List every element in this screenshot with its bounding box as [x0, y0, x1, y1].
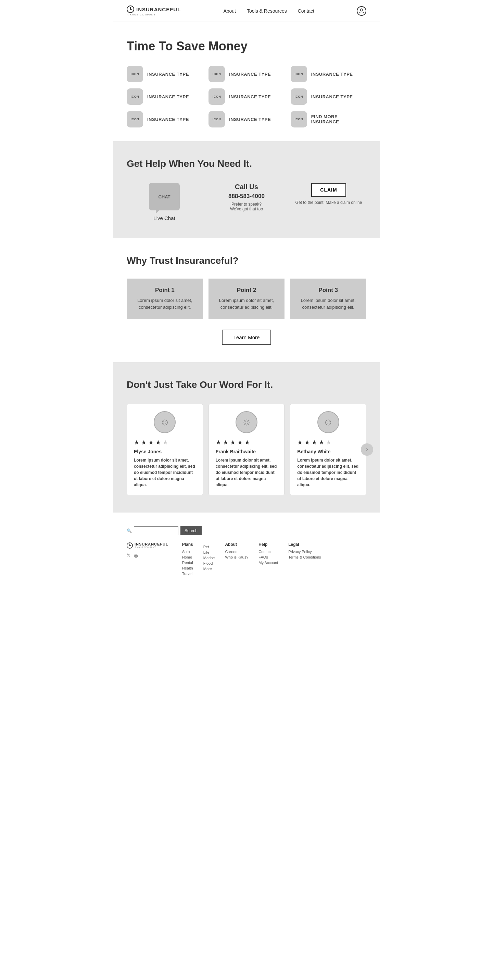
footer-link[interactable]: Flood: [203, 561, 215, 565]
nav-about[interactable]: About: [223, 8, 236, 14]
testimonial-card-0: ☺ ★ ★ ★ ★ ★ Elyse Jones Lorem ipsum dolo…: [127, 404, 203, 495]
footer-cols: Plans Auto Home Rental Health Travel Pet…: [182, 542, 366, 577]
footer-link[interactable]: Home: [182, 555, 193, 559]
footer-col-plans: Plans Auto Home Rental Health Travel: [182, 542, 193, 577]
star: ★: [244, 439, 250, 446]
avatar-face-1: ☺: [242, 417, 252, 428]
insurance-icon-5: iCON: [291, 88, 307, 105]
insurance-icon-1: iCON: [209, 66, 225, 82]
insurance-item-5[interactable]: iCON INSURANCE TYPE: [291, 88, 366, 105]
svg-point-2: [360, 9, 363, 11]
footer-col-heading-0: Plans: [182, 542, 193, 547]
avatar-face-2: ☺: [323, 417, 333, 428]
footer-link[interactable]: Contact: [258, 550, 278, 554]
footer: 🔍 Search INSURANCEFUL A KAUS COMPANY 𝕏 ◎: [113, 512, 380, 587]
footer-link[interactable]: Who is Kaus?: [225, 555, 248, 559]
insurance-icon-2: iCON: [291, 66, 307, 82]
user-icon[interactable]: [357, 6, 366, 16]
insurance-label-6: INSURANCE TYPE: [147, 117, 189, 122]
help-grid: CHAT Live Chat Call Us 888-583-4000 Pref…: [127, 183, 366, 221]
help-section: Get Help When You Need It. CHAT Live Cha…: [113, 141, 380, 238]
review-text-2: Lorem ipsum dolor sit amet, consectetur …: [297, 457, 359, 488]
stars-1: ★ ★ ★ ★ ★: [216, 439, 277, 446]
footer-link[interactable]: Auto: [182, 550, 193, 554]
insurance-item-3[interactable]: iCON INSURANCE TYPE: [127, 88, 202, 105]
insurance-item-8[interactable]: iCON FIND MORE INSURANCE: [291, 111, 366, 127]
insurance-item-2[interactable]: iCON INSURANCE TYPE: [291, 66, 366, 82]
review-text-1: Lorem ipsum dolor sit amet, consectetur …: [216, 457, 277, 488]
instagram-icon[interactable]: ◎: [134, 553, 138, 558]
testimonial-card-2: ☺ ★ ★ ★ ★ ★ Bethany White Lorem ipsum do…: [290, 404, 366, 495]
logo-sub: A KAUS COMPANY: [127, 13, 181, 16]
insurance-item-7[interactable]: iCON INSURANCE TYPE: [209, 111, 284, 127]
footer-link[interactable]: Privacy Policy: [288, 550, 321, 554]
reviewer-name-0: Elyse Jones: [134, 449, 196, 454]
point-card-0: Point 1 Lorem ipsum dolor sit amet, cons…: [127, 278, 203, 319]
call-number: 888-583-4000: [209, 193, 284, 200]
testimonials-grid: ☺ ★ ★ ★ ★ ★ Elyse Jones Lorem ipsum dolo…: [127, 404, 366, 495]
trust-title: Why Trust Insuranceful?: [127, 255, 366, 266]
star: ★: [319, 439, 324, 446]
footer-content: INSURANCEFUL A KAUS COMPANY 𝕏 ◎ Plans Au…: [127, 542, 366, 577]
footer-link[interactable]: Rental: [182, 561, 193, 565]
footer-col-legal: Legal Privacy Policy Terms & Conditions: [288, 542, 321, 577]
footer-link[interactable]: FAQs: [258, 555, 278, 559]
point-card-1: Point 2 Lorem ipsum dolor sit amet, cons…: [209, 278, 285, 319]
insurance-label-2: INSURANCE TYPE: [311, 72, 353, 77]
search-button[interactable]: Search: [181, 526, 202, 535]
insurance-item-0[interactable]: iCON INSURANCE TYPE: [127, 66, 202, 82]
insurance-label-1: INSURANCE TYPE: [229, 72, 271, 77]
footer-link[interactable]: Marine: [203, 556, 215, 560]
svg-point-4: [129, 545, 130, 546]
footer-left: INSURANCEFUL A KAUS COMPANY 𝕏 ◎: [127, 542, 168, 577]
footer-link[interactable]: Health: [182, 566, 193, 570]
testimonials-wrapper: ☺ ★ ★ ★ ★ ★ Elyse Jones Lorem ipsum dolo…: [127, 404, 366, 495]
hero-title: Time To Save Money: [127, 39, 366, 54]
call-item: Call Us 888-583-4000 Prefer to speak? We…: [209, 183, 284, 212]
footer-link[interactable]: More: [203, 567, 215, 571]
hero-section: Time To Save Money iCON INSURANCE TYPE i…: [113, 22, 380, 141]
footer-col-help: Help Contact FAQs My Account: [258, 542, 278, 577]
insurance-label-8: FIND MORE INSURANCE: [311, 114, 366, 124]
search-input[interactable]: [134, 526, 178, 535]
stars-0: ★ ★ ★ ★ ★: [134, 439, 196, 446]
insurance-item-4[interactable]: iCON INSURANCE TYPE: [209, 88, 284, 105]
footer-link[interactable]: Careers: [225, 550, 248, 554]
point-desc-1: Lorem ipsum dolor sit amet, consectetur …: [216, 297, 278, 310]
stars-2: ★ ★ ★ ★ ★: [297, 439, 359, 446]
claim-button[interactable]: CLAIM: [311, 183, 346, 197]
insurance-item-1[interactable]: iCON INSURANCE TYPE: [209, 66, 284, 82]
nav-tools[interactable]: Tools & Resources: [247, 8, 287, 14]
learn-more-button[interactable]: Learn More: [222, 329, 271, 345]
insurance-label-0: INSURANCE TYPE: [147, 72, 189, 77]
star: ★: [223, 439, 228, 446]
claim-item: CLAIM Get to the point. Make a claim onl…: [291, 183, 366, 205]
footer-link[interactable]: Pet: [203, 545, 215, 549]
footer-logo-icon: [127, 542, 133, 549]
avatar-0: ☺: [154, 411, 176, 433]
search-icon: 🔍: [127, 528, 132, 533]
chat-icon-label: CHAT: [158, 194, 170, 199]
call-sub2: We've got that too: [209, 207, 284, 212]
point-title-2: Point 3: [297, 287, 360, 294]
footer-link[interactable]: My Account: [258, 561, 278, 565]
nav-contact[interactable]: Contact: [298, 8, 314, 14]
logo-name: INSURANCEFUL: [136, 6, 181, 12]
footer-top: 🔍 Search: [127, 526, 366, 535]
footer-social: 𝕏 ◎: [127, 553, 168, 558]
insurance-icon-4: iCON: [209, 88, 225, 105]
insurance-item-6[interactable]: iCON INSURANCE TYPE: [127, 111, 202, 127]
testimonials-section: Don't Just Take Our Word For It. ☺ ★ ★ ★…: [113, 362, 380, 512]
testimonial-card-1: ☺ ★ ★ ★ ★ ★ Frank Braithwaite Lorem ipsu…: [209, 404, 285, 495]
help-title: Get Help When You Need It.: [127, 158, 366, 169]
star: ★: [134, 439, 139, 446]
chat-icon: CHAT: [149, 183, 180, 210]
main-nav: About Tools & Resources Contact: [223, 8, 314, 14]
point-desc-0: Lorem ipsum dolor sit amet, consectetur …: [133, 297, 196, 310]
footer-link[interactable]: Life: [203, 550, 215, 554]
next-button[interactable]: ›: [361, 444, 373, 456]
footer-link[interactable]: Travel: [182, 571, 193, 576]
logo-icon: [127, 5, 134, 13]
footer-link[interactable]: Terms & Conditions: [288, 555, 321, 559]
twitter-icon[interactable]: 𝕏: [127, 553, 130, 558]
